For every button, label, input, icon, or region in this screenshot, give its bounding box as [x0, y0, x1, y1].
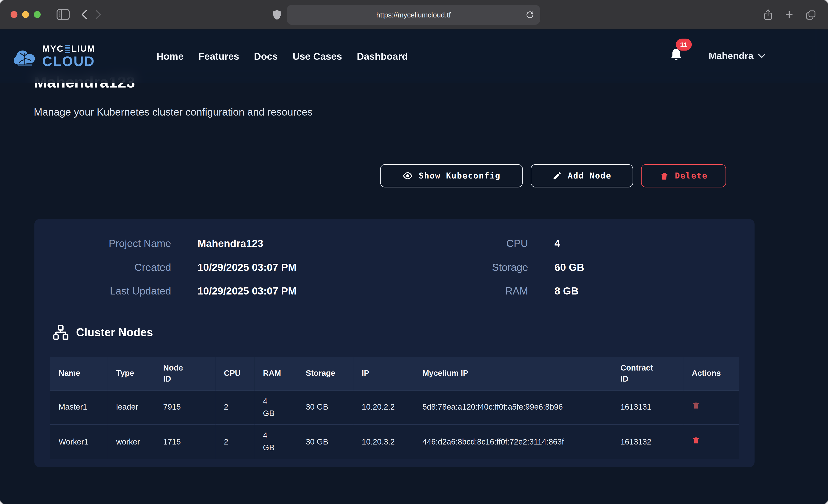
reload-icon	[525, 9, 534, 20]
pencil-icon	[552, 171, 562, 180]
cpu-label: CPU	[465, 238, 528, 250]
cell-type: leader	[108, 390, 155, 424]
show-kubeconfig-label: Show Kubeconfig	[419, 171, 500, 180]
cluster-nodes-heading: Cluster Nodes	[53, 325, 153, 340]
trash-icon	[692, 401, 700, 410]
delete-node-button[interactable]	[692, 435, 700, 446]
last-updated-label: Last Updated	[66, 285, 171, 297]
page-subtitle: Manage your Kubernetes cluster configura…	[34, 106, 313, 118]
table-header-row: Name Type Node ID CPU RAM Storage IP Myc…	[50, 357, 739, 390]
new-tab-button[interactable]: +	[785, 9, 793, 21]
nodes-hierarchy-icon	[53, 325, 69, 340]
window-controls	[10, 11, 41, 18]
share-icon	[763, 8, 773, 21]
col-contract-id: Contract ID	[612, 357, 683, 390]
privacy-shield-icon[interactable]	[273, 9, 282, 23]
browser-window: https://myceliumcloud.tf +	[0, 0, 828, 504]
project-name-value: Mahendra123	[197, 238, 263, 250]
reload-button[interactable]	[525, 9, 534, 20]
created-label: Created	[66, 261, 171, 274]
cell-actions	[683, 424, 739, 459]
brand-logo[interactable]: MYCLIUM CLOUD	[13, 44, 95, 68]
col-ram: RAM	[255, 357, 297, 390]
chevron-left-icon	[81, 9, 87, 19]
user-menu-button[interactable]: Mahendra	[705, 50, 769, 62]
eye-icon	[402, 170, 413, 181]
main-nav: Home Features Docs Use Cases Dashboard	[157, 50, 408, 62]
ram-value: 8 GB	[554, 285, 579, 297]
cell-cpu: 2	[215, 424, 255, 459]
col-mycelium-ip: Mycelium IP	[414, 357, 612, 390]
brand-line2: CLOUD	[42, 54, 95, 68]
table-row: Master1 leader 7915 2 4 GB 30 GB 10.20.2…	[50, 390, 739, 424]
cell-storage: 30 GB	[297, 390, 354, 424]
cpu-value: 4	[554, 238, 560, 250]
cluster-nodes-table: Name Type Node ID CPU RAM Storage IP Myc…	[50, 357, 739, 459]
chevron-right-icon	[95, 9, 101, 19]
storage-value: 60 GB	[554, 261, 584, 274]
delete-node-button[interactable]	[692, 401, 700, 412]
notifications-button[interactable]: 11	[669, 47, 683, 65]
cell-mycelium-ip: 5d8:78ea:a120:f40c:ff0f:a5fe:99e6:8b96	[414, 390, 612, 424]
table-row: Worker1 worker 1715 2 4 GB 30 GB 10.20.3…	[50, 424, 739, 459]
trash-icon	[660, 171, 669, 181]
stylized-e-icon	[65, 45, 70, 53]
tabs-icon	[805, 9, 816, 20]
brand-line1: MYCLIUM	[42, 44, 95, 53]
sidebar-icon	[56, 9, 70, 20]
back-button[interactable]	[81, 9, 87, 19]
chevron-down-icon	[758, 54, 765, 58]
tab-overview-button[interactable]	[805, 9, 816, 20]
url-text: https://myceliumcloud.tf	[376, 11, 451, 18]
nav-link-docs[interactable]: Docs	[254, 50, 278, 62]
delete-cluster-button[interactable]: Delete	[641, 164, 726, 187]
project-name-label: Project Name	[66, 238, 171, 250]
cell-ip: 10.20.2.2	[353, 390, 414, 424]
cell-name: Master1	[50, 390, 108, 424]
created-value: 10/29/2025 03:07 PM	[197, 261, 296, 274]
cell-node-id: 7915	[155, 390, 215, 424]
trash-icon	[692, 435, 700, 445]
add-node-label: Add Node	[568, 171, 612, 180]
project-info-card: Project Name Mahendra123 Created 10/29/2…	[34, 219, 754, 467]
project-info-right: CPU 4 Storage 60 GB RAM 8 GB	[465, 232, 584, 303]
last-updated-value: 10/29/2025 03:07 PM	[197, 285, 296, 297]
ram-label: RAM	[465, 285, 528, 297]
browser-toolbar: https://myceliumcloud.tf +	[0, 0, 828, 30]
sidebar-toggle-button[interactable]	[56, 9, 70, 20]
cluster-actions: Show Kubeconfig Add Node Delete	[380, 164, 726, 187]
plus-icon: +	[785, 7, 793, 21]
nav-link-features[interactable]: Features	[198, 50, 239, 62]
cell-contract-id: 1613132	[612, 424, 683, 459]
nav-link-use-cases[interactable]: Use Cases	[293, 50, 342, 62]
cell-name: Worker1	[50, 424, 108, 459]
show-kubeconfig-button[interactable]: Show Kubeconfig	[380, 164, 523, 187]
col-cpu: CPU	[215, 357, 255, 390]
cell-cpu: 2	[215, 390, 255, 424]
page-body: Mahendra123 Manage your Kubernetes clust…	[0, 30, 828, 504]
nav-link-home[interactable]: Home	[157, 50, 183, 62]
col-ip: IP	[353, 357, 414, 390]
forward-button[interactable]	[95, 9, 101, 19]
cell-ram: 4 GB	[255, 424, 297, 459]
cell-storage: 30 GB	[297, 424, 354, 459]
nav-link-dashboard[interactable]: Dashboard	[357, 50, 408, 62]
user-name: Mahendra	[709, 51, 753, 62]
address-bar[interactable]: https://myceliumcloud.tf	[287, 5, 540, 25]
cell-actions	[683, 390, 739, 424]
cell-ram: 4 GB	[255, 390, 297, 424]
site-navbar: MYCLIUM CLOUD Home Features Docs Use Cas…	[0, 30, 828, 83]
add-node-button[interactable]: Add Node	[531, 164, 633, 187]
cell-ip: 10.20.3.2	[353, 424, 414, 459]
cell-node-id: 1715	[155, 424, 215, 459]
zoom-window-button[interactable]	[34, 11, 41, 18]
col-name: Name	[50, 357, 108, 390]
cluster-nodes-title: Cluster Nodes	[76, 326, 153, 339]
share-button[interactable]	[763, 8, 773, 21]
storage-label: Storage	[465, 261, 528, 274]
minimize-window-button[interactable]	[22, 11, 29, 18]
col-storage: Storage	[297, 357, 354, 390]
cell-type: worker	[108, 424, 155, 459]
delete-label: Delete	[675, 171, 708, 180]
close-window-button[interactable]	[10, 11, 17, 18]
